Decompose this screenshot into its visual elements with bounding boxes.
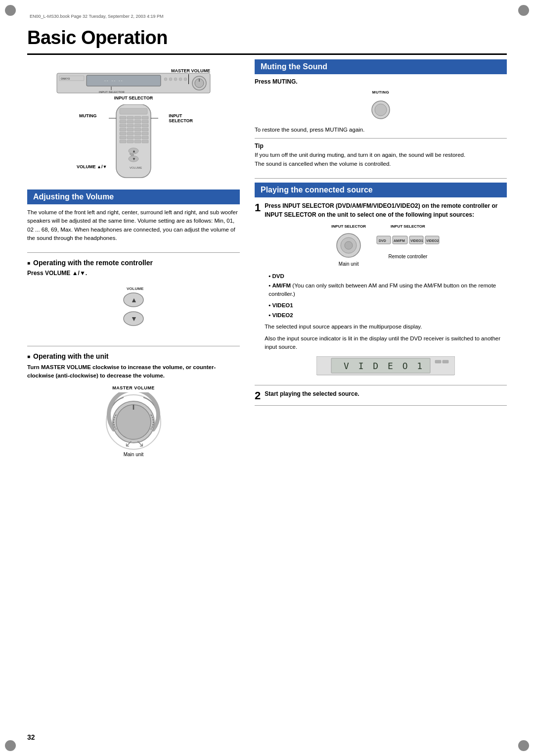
svg-rect-34 xyxy=(127,132,134,135)
title-divider xyxy=(27,53,507,55)
adjusting-volume-header: Adjusting the Volume xyxy=(27,189,240,204)
muting-section: Muting the Sound Press MUTING. MUTING To… xyxy=(255,59,507,168)
tip-text-1: If you turn off the unit during muting, … xyxy=(255,151,507,159)
tip-text-2: The sound is cancelled when the volume i… xyxy=(255,160,507,168)
adjusting-volume-body: The volume of the front left and right, … xyxy=(27,208,240,242)
svg-rect-29 xyxy=(120,128,126,131)
svg-point-6 xyxy=(169,78,172,81)
master-volume-label: MASTER VOLUME xyxy=(171,68,210,73)
svg-rect-19 xyxy=(134,116,141,119)
remote-section-title: Operating with the remote controller xyxy=(27,259,240,267)
svg-rect-25 xyxy=(120,124,126,127)
bullet-list: DVD • AM/FM (You can only switch between… xyxy=(268,272,507,320)
main-unit-text: Main unit xyxy=(339,261,359,267)
svg-rect-41 xyxy=(120,140,126,143)
svg-text:VIDEO1: VIDEO1 xyxy=(410,239,423,242)
step1-num: 1 xyxy=(255,202,261,381)
svg-point-63 xyxy=(116,405,151,439)
svg-rect-24 xyxy=(142,120,148,123)
svg-point-7 xyxy=(174,78,177,81)
svg-rect-23 xyxy=(134,120,141,123)
corner-mark-br xyxy=(518,740,529,751)
bullet-video2: VIDEO2 xyxy=(268,311,507,320)
svg-rect-37 xyxy=(120,136,126,139)
svg-point-71 xyxy=(345,241,353,249)
press-volume-label: Press VOLUME ▲/▼. xyxy=(27,270,240,277)
main-unit-selector-svg xyxy=(335,232,362,259)
muting-label: MUTING xyxy=(79,113,97,118)
step2-text: Start playing the selected source. xyxy=(265,389,507,398)
svg-point-68 xyxy=(375,104,387,116)
divider1 xyxy=(27,252,240,253)
svg-rect-20 xyxy=(142,116,148,119)
volume-btn-svg: VOLUME ▲ ▼ xyxy=(114,284,153,338)
step2-bottom-divider xyxy=(255,405,507,406)
svg-text:▼: ▼ xyxy=(132,157,136,161)
svg-text:AM/FM: AM/FM xyxy=(394,239,405,242)
muting-divider xyxy=(255,138,507,139)
bullet-video1-label: VIDEO1 xyxy=(272,302,293,308)
bullet-amfm-text: (You can only switch between AM and FM u… xyxy=(268,283,496,297)
svg-text:VIDEO2: VIDEO2 xyxy=(426,239,439,242)
volume-button-container: VOLUME ▲ ▼ xyxy=(27,284,240,338)
lcd-display-svg: V I D E O 1 xyxy=(316,356,455,376)
input-selector-area: INPUT SELECTOR Main unit INPUT SELECTOR xyxy=(265,224,507,267)
header-info: EN00_L-MS30.book Page 32 Tuesday, Septem… xyxy=(30,14,164,19)
remote-unit-text: Remote controller xyxy=(388,254,427,259)
svg-rect-36 xyxy=(142,132,148,135)
step1-body1: The selected input source appears in the… xyxy=(265,323,507,331)
svg-rect-16 xyxy=(120,108,147,114)
remote-illustration: MUTING INPUT SELECTOR VOLUME ▲/▼ xyxy=(27,104,240,180)
svg-rect-43 xyxy=(134,140,141,143)
svg-rect-22 xyxy=(127,120,134,123)
svg-text:↘: ↘ xyxy=(136,438,144,449)
svg-rect-32 xyxy=(142,128,148,131)
left-column: MASTER VOLUME ONKYO -- -- -- xyxy=(27,59,240,726)
svg-rect-38 xyxy=(127,136,134,139)
right-column: Muting the Sound Press MUTING. MUTING To… xyxy=(255,59,507,726)
step2-num: 2 xyxy=(255,390,261,401)
restore-text: To restore the sound, press MUTING again… xyxy=(255,126,507,134)
press-muting-label: Press MUTING. xyxy=(255,78,507,85)
corner-mark-tl xyxy=(5,5,16,16)
remote-body-svg: ▲ ▼ VOLUME ▲ ▼ xyxy=(109,104,158,179)
muting-btn-svg xyxy=(368,96,393,121)
playing-divider-top xyxy=(255,178,507,179)
svg-rect-28 xyxy=(142,124,148,127)
muting-btn-container: MUTING xyxy=(255,90,507,121)
step1-text: Press INPUT SELECTOR (DVD/AM/FM/VIDEO1/V… xyxy=(265,201,507,219)
svg-rect-21 xyxy=(120,120,126,123)
bullet-amfm: • AM/FM (You can only switch between AM … xyxy=(268,282,507,299)
svg-rect-35 xyxy=(134,132,141,135)
page-number: 32 xyxy=(27,733,35,741)
svg-rect-83 xyxy=(435,360,441,363)
playing-section: Playing the connected source 1 Press INP… xyxy=(255,183,507,406)
knob-label: MASTER VOLUME xyxy=(112,385,155,390)
knob-container: MASTER VOLUME xyxy=(27,385,240,457)
bullet-video1: VIDEO1 xyxy=(268,301,507,310)
svg-text:ONKYO: ONKYO xyxy=(61,77,70,80)
lcd-container: V I D E O 1 xyxy=(265,356,507,376)
input-selector-top-label: INPUT SELECTOR xyxy=(27,95,240,100)
svg-rect-26 xyxy=(127,124,134,127)
svg-text:▼: ▼ xyxy=(131,315,137,323)
remote-buttons-svg: DVD AM/FM VIDEO1 VIDEO2 xyxy=(376,232,440,252)
svg-text:VOLUME: VOLUME xyxy=(127,286,144,291)
svg-point-5 xyxy=(164,78,167,81)
master-volume-arrow xyxy=(188,74,189,84)
svg-text:↙: ↙ xyxy=(125,438,133,449)
svg-text:V I D E O  1: V I D E O 1 xyxy=(344,361,424,371)
svg-point-8 xyxy=(179,78,182,81)
step1-body2: Also the input source indicator is lit i… xyxy=(265,334,507,352)
corner-mark-tr xyxy=(518,5,529,16)
muting-button-label: MUTING xyxy=(372,90,390,94)
unit-section: Operating with the unit Turn MASTER VOLU… xyxy=(27,352,240,457)
svg-rect-3 xyxy=(87,75,161,86)
svg-text:▲: ▲ xyxy=(132,149,136,153)
input-sel-label2: INPUT SELECTOR xyxy=(391,224,425,229)
tip-section: Tip If you turn off the unit during muti… xyxy=(255,142,507,168)
corner-mark-bl xyxy=(5,740,16,751)
svg-rect-31 xyxy=(134,128,141,131)
svg-rect-44 xyxy=(142,140,148,143)
svg-point-9 xyxy=(184,78,187,81)
